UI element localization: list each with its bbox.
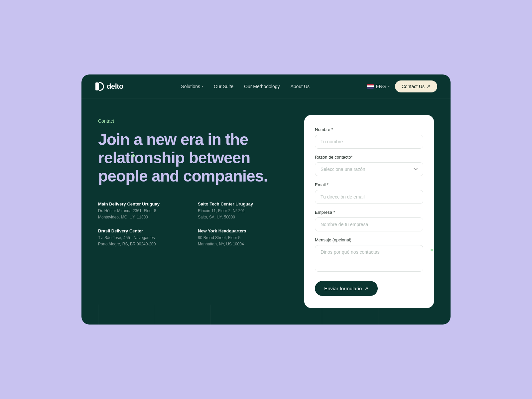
mensaje-textarea[interactable] <box>315 245 423 272</box>
office-name: Salto Tech Center Uruguay <box>198 201 291 206</box>
office-name: New York Headquarters <box>198 228 291 233</box>
main-card: delto Solutions ▾ Our Suite Our Methodol… <box>81 74 451 325</box>
submit-arrow-icon: ↗ <box>364 286 368 291</box>
us-flag-icon <box>367 84 374 89</box>
logo[interactable]: delto <box>95 82 123 91</box>
nombre-label: Nombre * <box>315 127 423 132</box>
contact-label: Contact <box>98 118 291 124</box>
content-area: Contact Join a new era in the relationsh… <box>81 98 451 325</box>
nav-about-us[interactable]: About Us <box>291 84 310 89</box>
decorative-dot-right <box>431 249 433 251</box>
empresa-input[interactable] <box>315 217 423 231</box>
razon-select[interactable]: Selecciona una razón <box>315 162 423 176</box>
office-new-york: New York Headquarters 80 Broad Street, F… <box>198 228 291 247</box>
contact-arrow-icon: ↗ <box>427 84 431 89</box>
nombre-group: Nombre * <box>315 127 423 149</box>
lang-chevron-icon: ▾ <box>388 84 390 88</box>
mensaje-group: Mensaje (opcional) <box>315 237 423 273</box>
email-group: Email * <box>315 182 423 204</box>
office-address: Dr. Héctor Miranda 2361, Floor 8 Montevi… <box>98 208 191 220</box>
office-address: Rincón 11, Floor 2, N° 201 Salto, SA, UY… <box>198 208 291 220</box>
submit-button[interactable]: Enviar formulario ↗ <box>315 281 378 296</box>
nav-links: Solutions ▾ Our Suite Our Methodology Ab… <box>181 84 310 89</box>
logo-icon <box>95 82 104 91</box>
razon-group: Razón de contacto* Selecciona una razón <box>315 155 423 176</box>
office-salto: Salto Tech Center Uruguay Rincón 11, Flo… <box>198 201 291 220</box>
contact-us-button[interactable]: Contact Us ↗ <box>395 80 437 92</box>
hero-headline: Join a new era in the relationship betwe… <box>98 130 291 186</box>
office-address: 80 Broad Street, Floor 5 Manhattan, NY, … <box>198 235 291 247</box>
language-selector[interactable]: ENG ▾ <box>367 84 389 89</box>
svg-rect-0 <box>95 82 99 90</box>
contact-form-card: Nombre * Razón de contacto* Selecciona u… <box>304 115 434 308</box>
solutions-chevron-icon: ▾ <box>201 84 203 88</box>
office-name: Main Delivery Center Uruguay <box>98 201 191 206</box>
decorative-dot-left <box>132 154 135 157</box>
office-brasil: Brasil Delivery Center Tv. São José, 455… <box>98 228 191 247</box>
nav-solutions[interactable]: Solutions ▾ <box>181 84 203 89</box>
logo-text: delto <box>107 82 123 91</box>
nav-our-methodology[interactable]: Our Methodology <box>244 84 280 89</box>
left-panel: Contact Join a new era in the relationsh… <box>98 115 291 247</box>
razon-label: Razón de contacto* <box>315 155 423 160</box>
mensaje-label: Mensaje (opcional) <box>315 237 423 242</box>
nav-right: ENG ▾ Contact Us ↗ <box>367 80 437 92</box>
office-address: Tv. São José, 455 - Navegantes Porto Ale… <box>98 235 191 247</box>
nombre-input[interactable] <box>315 135 423 149</box>
navbar: delto Solutions ▾ Our Suite Our Methodol… <box>81 74 451 98</box>
offices-grid: Main Delivery Center Uruguay Dr. Héctor … <box>98 201 291 248</box>
empresa-label: Empresa * <box>315 210 423 215</box>
empresa-group: Empresa * <box>315 210 423 231</box>
email-label: Email * <box>315 182 423 187</box>
nav-our-suite[interactable]: Our Suite <box>214 84 233 89</box>
office-uruguay-main: Main Delivery Center Uruguay Dr. Héctor … <box>98 201 191 220</box>
office-name: Brasil Delivery Center <box>98 228 191 233</box>
email-input[interactable] <box>315 190 423 204</box>
